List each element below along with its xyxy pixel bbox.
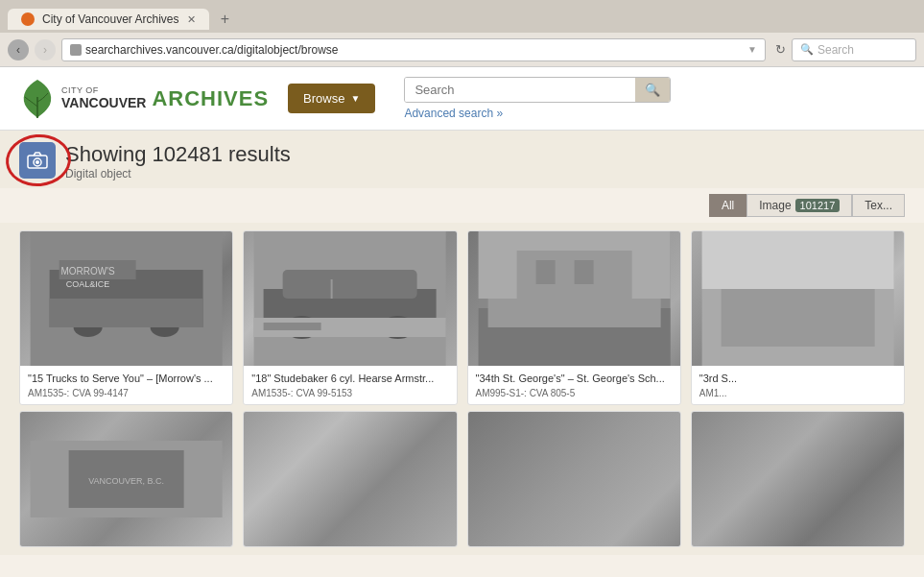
nav-bar: ‹ › searcharchives.vancouver.ca/digitalo… [0,33,924,67]
image-card[interactable] [243,411,457,547]
url-bar[interactable]: searcharchives.vancouver.ca/digitalobjec… [61,38,766,61]
svg-point-2 [36,160,39,164]
card-ref: AM1535-: CVA 99-5153 [251,388,448,398]
filter-text-button[interactable]: Tex... [852,194,905,217]
svg-rect-18 [331,279,333,299]
tab-close-button[interactable]: ✕ [187,13,196,26]
photo-stgeorges [468,231,680,366]
camera-icon [27,152,48,169]
card-title: "34th St. George's" – St. George's Sch..… [476,372,673,385]
image-thumbnail [468,231,680,366]
results-header: Showing 102481 results Digital object [19,142,905,180]
image-grid-row2: VANCOUVER, B.C. [0,403,924,555]
card-ref: AM1... [699,388,896,398]
card-title: "3rd S... [699,372,896,385]
svg-rect-25 [574,260,593,284]
digital-object-icon [19,142,56,179]
svg-rect-28 [721,289,874,347]
filter-image-button[interactable]: Image 101217 [746,194,852,217]
photo-hearse [244,231,456,366]
url-text: searcharchives.vancouver.ca/digitalobjec… [85,43,744,57]
tab-title: City of Vancouver Archives [42,12,179,26]
browser-search-bar[interactable]: 🔍 Search [792,38,916,61]
search-input[interactable] [405,78,635,102]
filter-image-label: Image [759,199,791,212]
svg-rect-27 [701,231,893,289]
image-thumbnail [692,231,904,366]
page-content: CITY OF VANCOUVER ARCHIVES Browse ▼ 🔍 Ad… [0,67,924,577]
browse-dropdown-icon: ▼ [350,93,360,104]
svg-text:MORROW'S: MORROW'S [60,266,115,276]
svg-rect-17 [264,323,321,330]
photo-plaque: VANCOUVER, B.C. [20,441,232,517]
card-ref: AM995-S1-: CVA 805-5 [476,388,673,398]
search-section: 🔍 Advanced search » [404,77,671,120]
svg-text:COAL&ICE: COAL&ICE [66,279,110,289]
results-count-title: Showing 102481 results [65,142,291,167]
browser-chrome: City of Vancouver Archives ✕ + ‹ › searc… [0,0,924,67]
site-header: CITY OF VANCOUVER ARCHIVES Browse ▼ 🔍 Ad… [0,67,924,131]
url-favicon [70,44,82,56]
logo-vancouver-text: VANCOUVER [61,96,146,110]
image-card[interactable]: "3rd S... AM1... [691,230,905,405]
browse-label: Browse [303,91,344,106]
card-body: "3rd S... AM1... [692,366,904,404]
image-grid: MORROW'S COAL&ICE "15 Trucks to Serve Yo… [0,223,924,413]
logo-leaf-icon [19,78,56,120]
image-card[interactable]: "34th St. George's" – St. George's Sch..… [467,230,681,405]
svg-rect-10 [50,299,203,327]
new-tab-button[interactable]: + [215,9,236,30]
card-body: "18" Studebaker 6 cyl. Hearse Armstr... … [244,366,456,404]
forward-button[interactable]: › [35,39,56,60]
results-icon-wrap [19,142,56,179]
card-title: "18" Studebaker 6 cyl. Hearse Armstr... [251,372,448,385]
svg-rect-13 [283,270,417,299]
image-thumbnail [468,412,680,546]
reload-button[interactable]: ↻ [775,42,786,57]
image-thumbnail [692,412,904,546]
back-button[interactable]: ‹ [8,39,29,60]
active-tab[interactable]: City of Vancouver Archives ✕ [8,9,209,30]
browser-search-icon: 🔍 [800,43,814,56]
browse-button[interactable]: Browse ▼ [288,84,375,113]
results-area: Showing 102481 results Digital object [0,131,924,188]
svg-text:VANCOUVER, B.C.: VANCOUVER, B.C. [88,476,164,486]
filter-image-count: 101217 [795,199,841,212]
results-type-label: Digital object [65,167,291,180]
card-ref: AM1535-: CVA 99-4147 [28,388,225,398]
filter-bar: All Image 101217 Tex... [0,188,924,223]
tab-favicon [21,12,35,26]
image-thumbnail [244,231,456,366]
card-title: "15 Trucks to Serve You" – [Morrow's ... [28,372,225,385]
tab-bar: City of Vancouver Archives ✕ + [0,0,924,33]
url-dropdown-icon[interactable]: ▼ [747,44,757,55]
advanced-search-link[interactable]: Advanced search » [404,107,671,120]
search-submit-button[interactable]: 🔍 [635,78,670,102]
image-card[interactable] [691,411,905,547]
browser-search-text: Search [817,43,854,57]
logo-text: CITY OF VANCOUVER [61,86,146,110]
logo: CITY OF VANCOUVER ARCHIVES [19,78,269,120]
photo-trucks: MORROW'S COAL&ICE [20,231,232,366]
image-card[interactable]: "18" Studebaker 6 cyl. Hearse Armstr... … [243,230,457,405]
photo-3rd [692,231,904,366]
results-text: Showing 102481 results Digital object [65,142,291,180]
image-card[interactable]: MORROW'S COAL&ICE "15 Trucks to Serve Yo… [19,230,233,405]
image-card[interactable] [467,411,681,547]
card-body: "15 Trucks to Serve You" – [Morrow's ...… [20,366,232,404]
image-thumbnail: MORROW'S COAL&ICE [20,231,232,366]
svg-rect-24 [535,260,555,284]
image-card[interactable]: VANCOUVER, B.C. [19,411,233,547]
card-body: "34th St. George's" – St. George's Sch..… [468,366,680,404]
image-thumbnail [244,412,456,546]
image-thumbnail: VANCOUVER, B.C. [20,412,232,546]
logo-archives-text: ARCHIVES [152,86,269,111]
search-input-wrap: 🔍 [404,77,671,103]
filter-all-button[interactable]: All [709,194,746,217]
